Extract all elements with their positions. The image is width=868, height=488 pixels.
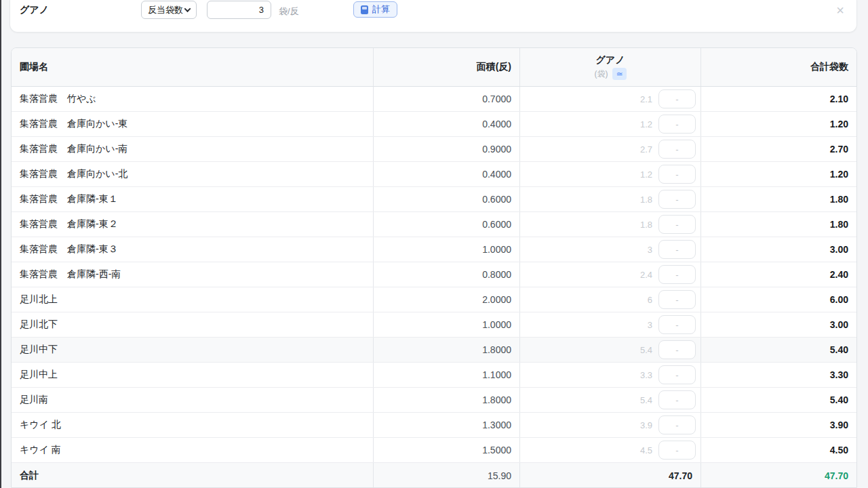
row-total-bags: 1.20: [701, 112, 856, 136]
field-name: 集落営農 倉庫隣-東２: [12, 212, 373, 237]
row-total-bags: 3.00: [701, 312, 856, 337]
field-name: キウイ 南: [12, 438, 373, 462]
guano-calculated-hint: 1.8: [640, 220, 652, 230]
close-icon[interactable]: ×: [836, 2, 844, 18]
table-row: 足川北下 1.0000 3 - 3.00: [12, 312, 856, 338]
table-row: 集落営農 倉庫隣-東２ 0.6000 1.8 - 1.80: [12, 212, 856, 237]
table-row: 集落営農 倉庫向かい-北 0.4000 1.2 - 1.20: [12, 162, 856, 187]
guano-cell: 6 -: [519, 287, 701, 312]
guano-override-input[interactable]: -: [658, 190, 696, 209]
field-name: 足川北下: [12, 312, 373, 337]
guano-override-input[interactable]: -: [658, 415, 696, 434]
area-value: 1.0000: [373, 312, 519, 337]
window-edge: [0, 0, 1, 488]
guano-calculated-hint: 1.8: [640, 195, 652, 205]
row-total-bags: 1.20: [701, 162, 856, 186]
guano-cell: 5.4 -: [519, 388, 701, 412]
guano-cell: 4.5 -: [519, 438, 701, 462]
field-name: 足川中上: [12, 363, 373, 387]
table-row: 集落営農 倉庫向かい-南 0.9000 2.7 - 2.70: [12, 137, 856, 162]
header-area: 面積(反): [373, 48, 519, 86]
field-name: 足川中下: [12, 338, 373, 362]
guano-override-input[interactable]: -: [658, 340, 696, 359]
guano-cell: 3.9 -: [519, 413, 701, 437]
table-row: 足川中上 1.1000 3.3 - 3.30: [12, 363, 856, 388]
area-value: 1.8000: [373, 338, 519, 362]
row-total-bags: 3.00: [701, 237, 856, 262]
guano-override-input[interactable]: -: [658, 215, 696, 234]
row-total-bags: 1.80: [701, 212, 856, 237]
row-total-bags: 3.90: [701, 413, 856, 437]
guano-override-input[interactable]: -: [658, 265, 696, 284]
guano-override-input[interactable]: -: [658, 140, 696, 159]
row-total-bags: 4.50: [701, 438, 856, 462]
table-row: キウイ 北 1.3000 3.9 - 3.90: [12, 413, 856, 438]
guano-override-input[interactable]: -: [658, 290, 696, 309]
approx-badge[interactable]: ≃: [612, 68, 626, 80]
header-material: グアノ (袋) ≃: [519, 48, 701, 86]
field-name: キウイ 北: [12, 413, 373, 437]
table-row: キウイ 南 1.5000 4.5 - 4.50: [12, 438, 856, 463]
rate-mode-select[interactable]: 反当袋数: [141, 1, 197, 19]
rate-mode-value: 反当袋数: [148, 4, 183, 16]
guano-override-input[interactable]: -: [658, 165, 696, 184]
guano-cell: 3 -: [519, 237, 701, 262]
guano-calculated-hint: 3: [648, 320, 652, 330]
table-body: 集落営農 竹やぶ 0.7000 2.1 - 2.10 集落営農 倉庫向かい-東 …: [12, 87, 856, 463]
guano-cell: 1.8 -: [519, 187, 701, 211]
guano-cell: 1.2 -: [519, 162, 701, 186]
field-name: 集落営農 倉庫隣-東３: [12, 237, 373, 262]
row-total-bags: 5.40: [701, 338, 856, 362]
field-name: 集落営農 倉庫向かい-東: [12, 112, 373, 136]
row-total-bags: 2.10: [701, 87, 856, 111]
area-value: 0.4000: [373, 162, 519, 186]
guano-calculated-hint: 2.4: [640, 270, 652, 280]
rate-input[interactable]: [207, 1, 271, 19]
guano-override-input[interactable]: -: [658, 115, 696, 134]
header-total-bags: 合計袋数: [701, 48, 856, 86]
guano-calculated-hint: 2.1: [640, 94, 652, 104]
row-total-bags: 1.80: [701, 187, 856, 211]
calculate-button-label: 計算: [372, 3, 390, 16]
table-row: 集落営農 竹やぶ 0.7000 2.1 - 2.10: [12, 87, 856, 112]
guano-override-input[interactable]: -: [658, 89, 696, 108]
guano-cell: 5.4 -: [519, 338, 701, 362]
row-total-bags: 5.40: [701, 388, 856, 412]
guano-calculated-hint: 3.9: [640, 420, 652, 430]
calculate-button[interactable]: 計算: [353, 1, 397, 18]
field-name: 集落営農 倉庫向かい-南: [12, 137, 373, 161]
guano-calculated-hint: 5.4: [640, 345, 652, 355]
field-name: 集落営農 竹やぶ: [12, 87, 373, 111]
footer-label: 合計: [12, 463, 373, 488]
table-row: 足川北上 2.0000 6 - 6.00: [12, 287, 856, 312]
area-value: 0.9000: [373, 137, 519, 161]
guano-override-input[interactable]: -: [658, 240, 696, 259]
header-field-name: 圃場名: [12, 48, 373, 86]
guano-cell: 1.2 -: [519, 112, 701, 136]
field-name: 集落営農 倉庫隣-東１: [12, 187, 373, 211]
guano-calculated-hint: 3: [648, 245, 652, 255]
guano-calculated-hint: 6: [648, 295, 652, 305]
area-value: 0.6000: [373, 212, 519, 237]
area-value: 0.4000: [373, 112, 519, 136]
field-name: 足川北上: [12, 287, 373, 312]
material-label: グアノ: [20, 4, 49, 16]
row-total-bags: 6.00: [701, 287, 856, 312]
guano-override-input[interactable]: -: [658, 441, 696, 460]
area-value: 2.0000: [373, 287, 519, 312]
table-row: 集落営農 倉庫向かい-東 0.4000 1.2 - 1.20: [12, 112, 856, 137]
table-row: 足川中下 1.8000 5.4 - 5.40: [12, 338, 856, 363]
guano-override-input[interactable]: -: [658, 315, 696, 334]
calculator-icon: [361, 5, 368, 14]
area-value: 1.8000: [373, 388, 519, 412]
guano-cell: 3 -: [519, 312, 701, 337]
table-row: 集落営農 倉庫隣-西-南 0.8000 2.4 - 2.40: [12, 262, 856, 287]
guano-cell: 2.4 -: [519, 262, 701, 287]
area-value: 0.8000: [373, 262, 519, 287]
guano-override-input[interactable]: -: [658, 390, 696, 409]
field-name: 集落営農 倉庫隣-西-南: [12, 262, 373, 287]
table-header: 圃場名 面積(反) グアノ (袋) ≃ 合計袋数: [12, 48, 856, 87]
footer-area-total: 15.90: [373, 463, 519, 488]
guano-override-input[interactable]: -: [658, 365, 696, 384]
header-material-unit: (袋): [594, 68, 608, 80]
